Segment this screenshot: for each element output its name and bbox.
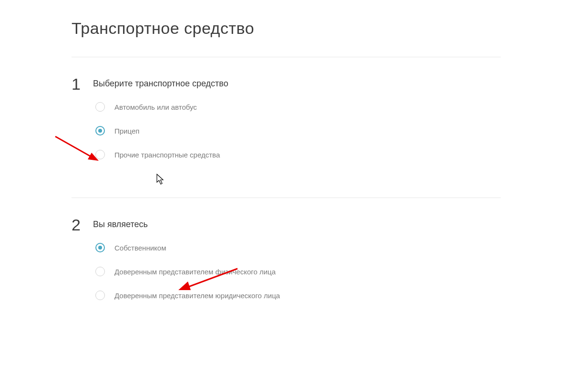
divider: [72, 57, 501, 57]
divider: [72, 198, 501, 198]
step-1-options: Автомобиль или автобус Прицеп Прочие тра…: [93, 102, 588, 159]
radio-label: Доверенным представителем физического ли…: [114, 268, 276, 276]
radio-label: Доверенным представителем юридического л…: [114, 292, 280, 300]
page-root: Транспортное средство 1 Выберите транспо…: [0, 0, 588, 365]
radio-icon: [95, 267, 105, 276]
radio-option-trailer[interactable]: Прицеп: [95, 126, 588, 136]
step-2-body: Вы являетесь Собственником Доверенным пр…: [93, 219, 588, 314]
cursor-icon: [156, 174, 165, 185]
radio-option-rep-legal[interactable]: Доверенным представителем юридического л…: [95, 291, 588, 300]
step-2: 2 Вы являетесь Собственником Доверенным …: [72, 219, 588, 314]
step-2-title: Вы являетесь: [93, 219, 588, 229]
radio-option-auto[interactable]: Автомобиль или автобус: [95, 102, 588, 112]
step-1-number: 1: [72, 76, 93, 92]
step-1-title: Выберите транспортное средство: [93, 79, 588, 89]
radio-icon: [95, 150, 105, 159]
radio-option-owner[interactable]: Собственником: [95, 243, 588, 252]
radio-option-other[interactable]: Прочие транспортные средства: [95, 150, 588, 159]
page-title: Транспортное средство: [72, 19, 588, 38]
radio-icon-selected: [95, 243, 105, 252]
radio-icon: [95, 102, 105, 112]
radio-option-rep-individual[interactable]: Доверенным представителем физического ли…: [95, 267, 588, 276]
radio-label: Собственником: [114, 244, 166, 252]
radio-icon-selected: [95, 126, 105, 136]
step-1-body: Выберите транспортное средство Автомобил…: [93, 79, 588, 174]
radio-icon: [95, 291, 105, 300]
radio-label: Автомобиль или автобус: [114, 103, 197, 111]
step-1: 1 Выберите транспортное средство Автомоб…: [72, 79, 588, 174]
radio-label: Прочие транспортные средства: [114, 151, 220, 159]
step-2-number: 2: [72, 217, 93, 233]
radio-label: Прицеп: [114, 127, 139, 135]
step-2-options: Собственником Доверенным представителем …: [93, 243, 588, 300]
